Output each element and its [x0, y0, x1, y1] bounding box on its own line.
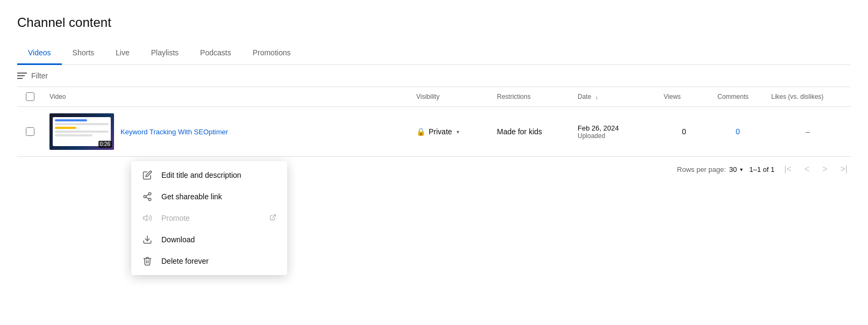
last-page-button[interactable]: >|	[837, 163, 851, 175]
comments-value[interactable]: 0	[717, 127, 758, 136]
video-duration: 0:26	[98, 141, 112, 148]
download-icon	[142, 235, 153, 244]
pencil-icon	[142, 170, 153, 180]
filter-row: Filter	[17, 65, 851, 87]
col-header-checkbox	[17, 87, 43, 107]
tab-promotions[interactable]: Promotions	[242, 43, 302, 65]
col-header-visibility: Visibility	[410, 87, 490, 107]
row-restrictions-cell: Made for kids	[490, 107, 571, 157]
share-icon	[142, 192, 153, 201]
tabs-bar: Videos Shorts Live Playlists Podcasts Pr…	[17, 43, 851, 65]
rows-per-page: Rows per page: 30 ▾	[677, 165, 743, 174]
menu-promote-label: Promote	[161, 214, 261, 222]
rows-per-page-label: Rows per page:	[677, 165, 726, 174]
page-info: 1–1 of 1	[749, 165, 774, 174]
prev-page-button[interactable]: <	[801, 163, 813, 175]
menu-share-label: Get shareable link	[161, 192, 276, 201]
visibility-dropdown-arrow[interactable]: ▾	[457, 129, 459, 135]
trash-icon	[142, 256, 153, 266]
svg-line-3	[146, 197, 148, 199]
next-page-button[interactable]: >	[819, 163, 830, 175]
context-menu: Edit title and description Get shareable…	[131, 161, 287, 275]
tab-videos[interactable]: Videos	[17, 43, 62, 65]
col-header-comments: Comments	[711, 87, 765, 107]
videos-table: Video Visibility Restrictions Date ↓ Vie…	[17, 87, 851, 157]
col-header-restrictions: Restrictions	[490, 87, 571, 107]
menu-delete-label: Delete forever	[161, 257, 276, 265]
col-header-views: Views	[657, 87, 711, 107]
menu-item-edit[interactable]: Edit title and description	[131, 164, 287, 186]
svg-marker-5	[144, 215, 147, 221]
upload-date: Feb 26, 2024	[578, 124, 651, 132]
table-row: 0:26 Keyword Tracking With SEOptimer 🔒 P…	[17, 107, 851, 157]
date-sort-arrow: ↓	[595, 93, 599, 100]
rows-per-page-dropdown[interactable]: ▾	[740, 167, 743, 172]
col-header-date[interactable]: Date ↓	[571, 87, 657, 107]
menu-item-share[interactable]: Get shareable link	[131, 186, 287, 207]
lock-icon: 🔒	[416, 127, 425, 136]
first-page-button[interactable]: |<	[781, 163, 795, 175]
restrictions-label: Made for kids	[497, 127, 542, 136]
col-header-video: Video	[43, 87, 410, 107]
svg-line-6	[272, 215, 275, 218]
menu-edit-label: Edit title and description	[161, 171, 276, 179]
visibility-label: Private	[429, 127, 452, 136]
svg-line-4	[146, 194, 148, 196]
video-title[interactable]: Keyword Tracking With SEOptimer	[120, 128, 228, 136]
row-comments-cell: 0	[711, 107, 765, 157]
row-checkbox-cell	[17, 107, 43, 157]
tab-live[interactable]: Live	[105, 43, 140, 65]
page-title: Channel content	[17, 15, 851, 30]
menu-item-download[interactable]: Download	[131, 229, 287, 250]
row-views-cell: 0	[657, 107, 711, 157]
rows-per-page-value: 30	[729, 165, 737, 174]
row-date-cell: Feb 26, 2024 Uploaded	[571, 107, 657, 157]
tab-shorts[interactable]: Shorts	[62, 43, 105, 65]
menu-item-promote: Promote	[131, 207, 287, 229]
row-likes-cell: –	[765, 107, 851, 157]
menu-download-label: Download	[161, 235, 276, 244]
page-wrapper: Channel content Videos Shorts Live Playl…	[0, 0, 868, 325]
filter-icon[interactable]	[17, 73, 27, 79]
likes-value: –	[771, 127, 844, 136]
views-value: 0	[664, 127, 705, 136]
row-video-cell: 0:26 Keyword Tracking With SEOptimer	[43, 107, 410, 157]
col-header-likes: Likes (vs. dislikes)	[765, 87, 851, 107]
tab-podcasts[interactable]: Podcasts	[189, 43, 242, 65]
external-link-icon	[269, 214, 276, 222]
menu-item-delete[interactable]: Delete forever	[131, 250, 287, 272]
row-checkbox[interactable]	[26, 127, 34, 136]
row-visibility-cell: 🔒 Private ▾	[410, 107, 490, 157]
video-thumbnail[interactable]: 0:26	[49, 113, 114, 150]
select-all-checkbox[interactable]	[26, 92, 34, 101]
filter-label[interactable]: Filter	[31, 71, 48, 80]
tab-playlists[interactable]: Playlists	[140, 43, 189, 65]
upload-status: Uploaded	[578, 132, 651, 140]
promote-icon	[142, 213, 153, 223]
